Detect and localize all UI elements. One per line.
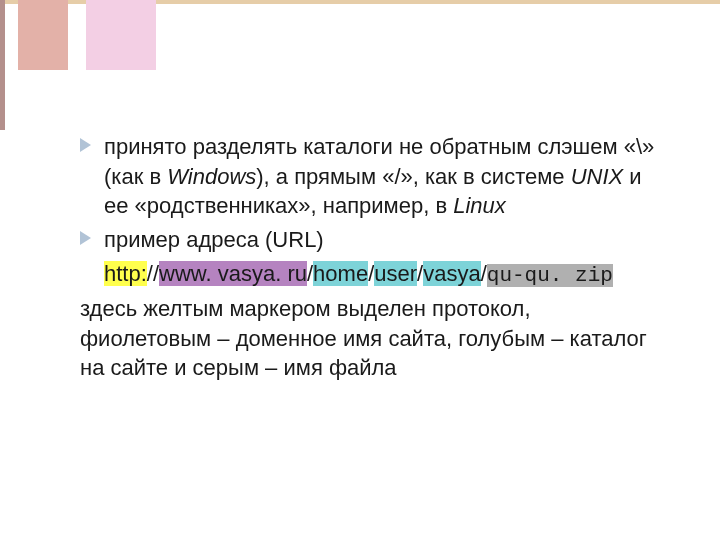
- url-file: qu-qu. zip: [487, 264, 613, 287]
- bullet-item-2: пример адреса (URL): [80, 225, 660, 255]
- triangle-bullet-icon: [80, 138, 91, 152]
- accent-block-1: [18, 0, 68, 70]
- url-path-1: home: [313, 261, 368, 286]
- bullet-1-italic-windows: Windows: [167, 164, 256, 189]
- accent-block-2: [86, 0, 156, 70]
- url-sep: //: [147, 261, 159, 286]
- slide-body: принято разделять каталоги не обратным с…: [80, 132, 660, 383]
- url-domain: www. vasya. ru: [159, 261, 307, 286]
- bullet-1-italic-unix: UNIX: [571, 164, 624, 189]
- bullet-2-text: пример адреса (URL): [104, 227, 324, 252]
- left-accent-bar: [0, 0, 5, 130]
- url-path-2: user: [374, 261, 417, 286]
- url-path-3: vasya: [423, 261, 480, 286]
- footer-explanation: здесь желтым маркером выделен протокол, …: [80, 294, 660, 383]
- url-protocol: http:: [104, 261, 147, 286]
- url-slash-4: /: [481, 261, 487, 286]
- url-example: http://www. vasya. ru/home/user/vasya/qu…: [80, 259, 660, 290]
- triangle-bullet-icon: [80, 231, 91, 245]
- bullet-1-text-b: ), а прямым «/», как в системе: [256, 164, 570, 189]
- bullet-item-1: принято разделять каталоги не обратным с…: [80, 132, 660, 221]
- bullet-1-italic-linux: Linux: [453, 193, 506, 218]
